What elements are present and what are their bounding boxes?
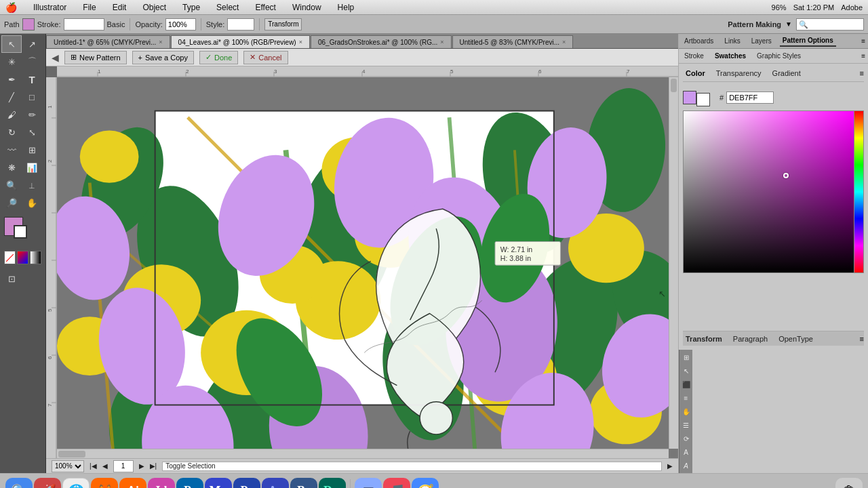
- menu-type[interactable]: Type: [180, 3, 203, 12]
- transform-tab[interactable]: Transform: [683, 333, 725, 344]
- panel-icon-9[interactable]: A: [680, 460, 692, 472]
- back-arrow[interactable]: ◀: [52, 52, 59, 63]
- panel-icon-2[interactable]: ↖: [680, 365, 692, 377]
- symbol-tool[interactable]: ❋: [1, 159, 22, 176]
- magic-wand-tool[interactable]: ✳: [1, 53, 22, 70]
- panel-icon-3[interactable]: ⬛: [680, 378, 692, 390]
- tab-leaves[interactable]: 04_Leaves.ai* @ 100% (RGB/Preview) ×: [171, 35, 310, 48]
- search-input[interactable]: [796, 18, 864, 30]
- dock-dw[interactable]: Dw: [319, 478, 346, 489]
- shape-tool[interactable]: □: [22, 88, 42, 106]
- panel-menu-icon[interactable]: ≡: [861, 37, 865, 45]
- panel-icon-7[interactable]: ⟳: [680, 432, 692, 445]
- opentype-tab[interactable]: OpenType: [776, 333, 816, 344]
- dock-ae[interactable]: Ae: [262, 478, 289, 489]
- pencil-tool[interactable]: ✏: [22, 106, 42, 123]
- rotate-tool[interactable]: ↻: [1, 123, 22, 141]
- dock-mail[interactable]: ✉: [355, 478, 382, 489]
- paintbrush-tool[interactable]: 🖌: [1, 106, 22, 123]
- lasso-tool[interactable]: ⌒: [22, 53, 42, 70]
- tab-untitled5-close[interactable]: ×: [562, 39, 566, 45]
- tab-grads-close[interactable]: ×: [440, 39, 443, 45]
- bottom-menu-icon[interactable]: ≡: [860, 335, 864, 343]
- menu-file[interactable]: File: [80, 3, 98, 12]
- hue-slider[interactable]: [854, 111, 863, 272]
- dock-safari[interactable]: 🧭: [412, 478, 439, 489]
- menu-select[interactable]: Select: [214, 3, 241, 12]
- gradient-swatch[interactable]: [30, 251, 41, 264]
- hex-value-input[interactable]: [726, 92, 774, 104]
- tab-grads[interactable]: 06_GradsOnStrokes.ai* @ 100% (RG... ×: [311, 35, 452, 48]
- subtab-stroke[interactable]: Stroke: [682, 51, 707, 61]
- dock-ai[interactable]: Ai: [119, 478, 146, 489]
- save-copy-button[interactable]: + Save a Copy: [132, 51, 194, 64]
- dock-trash[interactable]: 🗑: [835, 478, 863, 489]
- style-input[interactable]: [227, 18, 254, 30]
- menu-illustrator[interactable]: Illustrator: [31, 3, 69, 12]
- prev-page-btn[interactable]: |◀: [90, 462, 97, 470]
- graph-tool[interactable]: 📊: [22, 159, 42, 176]
- panel-icon-1[interactable]: ⊞: [680, 351, 692, 363]
- color-tab[interactable]: Color: [683, 68, 708, 79]
- panel-icon-4[interactable]: ≡: [680, 392, 692, 404]
- eyedropper-tool[interactable]: 🔍: [1, 176, 22, 194]
- dock-pr[interactable]: Pr: [233, 478, 260, 489]
- stroke-input[interactable]: [64, 18, 104, 30]
- pattern-dropdown-icon[interactable]: ▼: [785, 20, 792, 28]
- scroll-vertical[interactable]: [669, 77, 678, 449]
- done-button[interactable]: ✓ Done: [199, 51, 238, 64]
- dock-firefox[interactable]: 🦊: [91, 478, 118, 489]
- dock-ps[interactable]: Ps: [176, 478, 203, 489]
- direct-select-tool[interactable]: ↗: [22, 35, 42, 53]
- new-pattern-button[interactable]: ⊞ New Pattern: [64, 51, 127, 64]
- subtab-graphic-styles[interactable]: Graphic Styles: [754, 51, 804, 61]
- stroke-color-swatch[interactable]: [14, 225, 27, 239]
- panel-icon-6[interactable]: ☰: [680, 419, 692, 431]
- background-color-indicator[interactable]: [696, 93, 710, 106]
- dock-mu[interactable]: Mu: [205, 478, 232, 489]
- cancel-button[interactable]: ✕ Cancel: [243, 51, 288, 64]
- zoom-tool[interactable]: 🔎: [1, 194, 22, 211]
- color-saturation-field[interactable]: [684, 111, 854, 272]
- zoom-select[interactable]: 100% 75% 50% 200%: [52, 460, 84, 472]
- fill-swatch[interactable]: [22, 18, 35, 30]
- gradient-tab[interactable]: Gradient: [770, 68, 804, 79]
- transform-button[interactable]: Transform: [264, 18, 302, 30]
- color-menu-icon[interactable]: ≡: [860, 69, 864, 77]
- free-transform-tool[interactable]: ⊞: [22, 141, 42, 159]
- blend-tool[interactable]: ⟂: [22, 176, 42, 194]
- type-tool[interactable]: T: [22, 70, 42, 88]
- foreground-color-indicator[interactable]: [683, 91, 696, 104]
- dock-launchpad[interactable]: 🚀: [34, 478, 61, 489]
- menu-edit[interactable]: Edit: [110, 3, 130, 12]
- play-btn[interactable]: ▶: [667, 462, 673, 470]
- panel-icon-5[interactable]: ✋: [680, 405, 692, 418]
- page-input[interactable]: [113, 460, 134, 472]
- color-gradient-picker[interactable]: [683, 110, 864, 273]
- color-mode-swatch[interactable]: [17, 251, 28, 264]
- line-tool[interactable]: ╱: [1, 88, 22, 106]
- leaf-canvas[interactable]: W: 2.71 in H: 3.88 in ↖: [57, 77, 678, 458]
- apple-menu[interactable]: 🍎: [5, 2, 17, 13]
- tab-pattern-options[interactable]: Pattern Options: [780, 35, 836, 47]
- tab-leaves-close[interactable]: ×: [299, 39, 302, 45]
- artboard-tool[interactable]: ⊡: [1, 270, 22, 287]
- dock-br[interactable]: Br: [290, 478, 317, 489]
- panel-icon-8[interactable]: A: [680, 446, 692, 458]
- next-frame-btn[interactable]: ▶: [139, 462, 144, 470]
- menu-effect[interactable]: Effect: [252, 3, 278, 12]
- dock-finder[interactable]: 🔍: [5, 478, 33, 489]
- select-tool[interactable]: ↖: [1, 35, 22, 53]
- tab-untitled1-close[interactable]: ×: [159, 39, 162, 45]
- tab-artboards[interactable]: Artboards: [682, 36, 716, 46]
- none-swatch[interactable]: [4, 251, 16, 264]
- menu-window[interactable]: Window: [290, 3, 324, 12]
- subtab-swatches[interactable]: Swatches: [712, 51, 749, 61]
- panel-submenu-icon[interactable]: ≡: [861, 52, 865, 60]
- warp-tool[interactable]: 〰: [1, 141, 22, 159]
- dock-id[interactable]: Id: [148, 478, 175, 489]
- opacity-input[interactable]: [165, 18, 196, 30]
- paragraph-tab[interactable]: Paragraph: [730, 333, 770, 344]
- transparency-tab[interactable]: Transparency: [713, 68, 764, 79]
- prev-frame-btn[interactable]: ◀: [102, 462, 108, 470]
